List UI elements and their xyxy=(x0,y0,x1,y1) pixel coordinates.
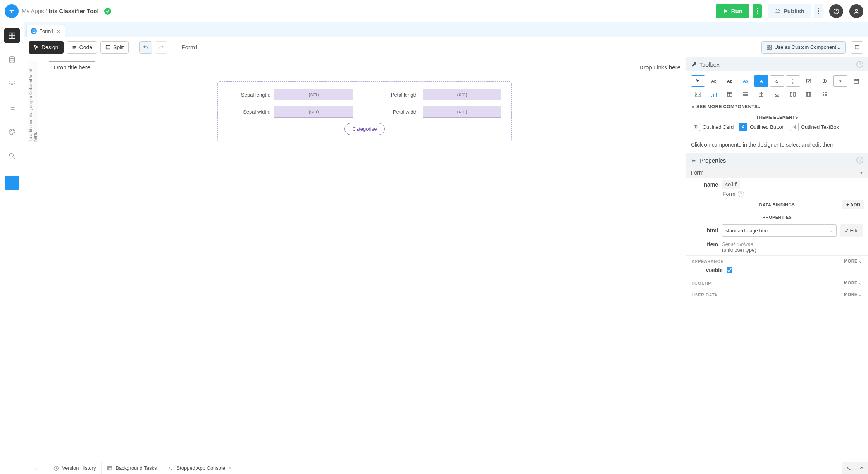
version-history-tab[interactable]: Version History xyxy=(48,462,102,474)
tool-link[interactable]: Ab xyxy=(738,75,753,87)
redo-button[interactable] xyxy=(155,41,167,54)
cloud-icon xyxy=(774,8,780,14)
add-binding-button[interactable]: + ADD xyxy=(842,200,864,209)
console-close[interactable]: × xyxy=(228,465,231,471)
tool-fileupload[interactable] xyxy=(754,88,768,100)
tool-xy-panel[interactable] xyxy=(818,88,832,100)
tool-dropdown[interactable]: ▾ xyxy=(833,75,847,87)
run-button[interactable]: Run xyxy=(716,4,749,18)
download-icon xyxy=(774,91,780,97)
rail-theme[interactable] xyxy=(4,124,20,140)
footer-terminal-button[interactable] xyxy=(842,462,855,474)
toolbox-help[interactable]: ? xyxy=(856,61,863,68)
tool-repeating-panel[interactable] xyxy=(738,88,753,100)
tool-image[interactable] xyxy=(691,88,705,100)
appearance-more[interactable]: MORE ⌄ xyxy=(844,259,863,264)
design-canvas[interactable]: To add a sidebar, drop a ColumnPanel her… xyxy=(24,57,686,462)
tool-download[interactable] xyxy=(770,88,784,100)
properties-title: Properties xyxy=(699,157,726,164)
chevron-up-icon xyxy=(859,466,864,471)
palette-icon xyxy=(8,128,16,136)
type-help-icon[interactable]: ? xyxy=(738,191,744,197)
petal-length-input[interactable] xyxy=(423,89,501,100)
rail-outline[interactable] xyxy=(4,100,20,116)
petal-width-input[interactable] xyxy=(423,106,501,118)
theme-outlined-button[interactable]: A Outlined Button xyxy=(739,123,785,131)
custom-component-label: Use as Custom Component... xyxy=(774,44,840,50)
use-custom-component-button[interactable]: Use as Custom Component... xyxy=(761,41,846,54)
tool-plot[interactable] xyxy=(707,88,721,100)
tab-form1[interactable]: Form1 × xyxy=(26,25,65,37)
background-tasks-tab[interactable]: Background Tasks xyxy=(102,462,162,474)
see-more-components[interactable]: SEE MORE COMPONENTS... xyxy=(686,102,868,113)
categorise-button[interactable]: Categorise xyxy=(344,123,385,135)
form-icon xyxy=(31,28,37,34)
visible-checkbox[interactable] xyxy=(727,267,732,273)
links-dropzone[interactable]: Drop Links here xyxy=(639,64,680,71)
tool-datepicker[interactable] xyxy=(849,75,863,87)
tool-checkbox[interactable] xyxy=(802,75,816,87)
code-mode-button[interactable]: Code xyxy=(67,41,97,54)
outlined-card[interactable]: Sepal length: Petal length: xyxy=(217,81,512,142)
help-button[interactable] xyxy=(829,4,843,18)
sidebar-dropzone[interactable]: To add a sidebar, drop a ColumnPanel her… xyxy=(28,61,38,142)
undo-button[interactable] xyxy=(140,41,152,54)
tooltip-section[interactable]: TOOLTIP MORE ⌄ xyxy=(686,277,868,289)
run-dropdown[interactable] xyxy=(753,4,762,18)
chevron-down-icon: ▼ xyxy=(859,171,863,175)
tool-label[interactable]: Ab xyxy=(707,75,721,87)
properties-header: Properties ? xyxy=(686,153,868,167)
tool-radio[interactable] xyxy=(818,75,832,87)
form-section[interactable]: Form ▼ xyxy=(686,167,868,178)
columns-icon xyxy=(790,91,796,97)
breadcrumb-current[interactable]: Iris Classifier Tool xyxy=(49,8,99,14)
breadcrumb-parent[interactable]: My Apps xyxy=(22,8,44,14)
tool-datagrid[interactable] xyxy=(723,88,737,100)
tool-column-panel[interactable] xyxy=(786,88,800,100)
console-tab[interactable]: Stopped App Console × xyxy=(162,462,237,474)
tool-textbox[interactable]: a| xyxy=(770,75,784,87)
tab-close-button[interactable]: × xyxy=(56,28,61,35)
rail-database[interactable] xyxy=(4,52,20,67)
rail-settings[interactable] xyxy=(4,76,20,92)
run-button-label: Run xyxy=(731,8,742,14)
saved-indicator xyxy=(104,8,111,15)
rail-search[interactable] xyxy=(4,148,20,164)
account-button[interactable] xyxy=(849,4,863,18)
tool-button[interactable]: A xyxy=(754,75,768,87)
svg-point-21 xyxy=(824,80,825,81)
properties-help[interactable]: ? xyxy=(856,157,863,164)
userdata-more[interactable]: MORE ⌄ xyxy=(844,292,863,297)
publish-dropdown[interactable] xyxy=(814,4,823,18)
name-property-value[interactable]: self xyxy=(722,180,740,189)
theme-outlined-card[interactable]: Outlined Card xyxy=(692,123,734,131)
rail-app-browser[interactable] xyxy=(4,28,20,43)
tool-flow-panel[interactable] xyxy=(802,88,816,100)
svg-rect-17 xyxy=(770,47,771,49)
split-mode-button[interactable]: Split xyxy=(100,41,129,54)
anvil-logo[interactable] xyxy=(5,4,19,18)
checkbox-icon xyxy=(806,79,811,83)
sepal-length-input[interactable] xyxy=(274,89,353,100)
top-bar: My Apps / Iris Classifier Tool Run Publi… xyxy=(0,0,868,22)
title-dropzone[interactable]: Drop title here xyxy=(49,61,95,73)
design-mode-button[interactable]: Design xyxy=(29,41,64,54)
userdata-section[interactable]: USER DATA MORE ⌄ xyxy=(686,289,868,300)
tooltip-more[interactable]: MORE ⌄ xyxy=(844,280,863,285)
component-icon xyxy=(766,45,772,50)
html-property-select[interactable]: standard-page.html ⌄ xyxy=(722,224,837,237)
footer-collapse[interactable]: ⌄ xyxy=(24,462,48,474)
sepal-width-input[interactable] xyxy=(274,106,353,118)
theme-outlined-textbox[interactable]: a| Outlined TextBox xyxy=(790,123,839,131)
tool-label-bold[interactable]: Ab xyxy=(723,75,737,87)
name-property-label: name xyxy=(692,182,718,188)
publish-button[interactable]: Publish xyxy=(768,4,811,18)
tool-textarea[interactable]: a|a xyxy=(786,75,800,87)
rail-add-button[interactable] xyxy=(5,176,19,190)
edit-html-button[interactable]: Edit xyxy=(840,224,863,237)
footer-expand-button[interactable] xyxy=(855,462,868,474)
appearance-section[interactable]: APPEARANCE MORE ⌄ xyxy=(686,255,868,267)
collapse-panel-button[interactable] xyxy=(851,41,863,54)
tool-pointer[interactable] xyxy=(691,75,705,87)
item-unknown-type: (unknown type) xyxy=(722,247,756,253)
